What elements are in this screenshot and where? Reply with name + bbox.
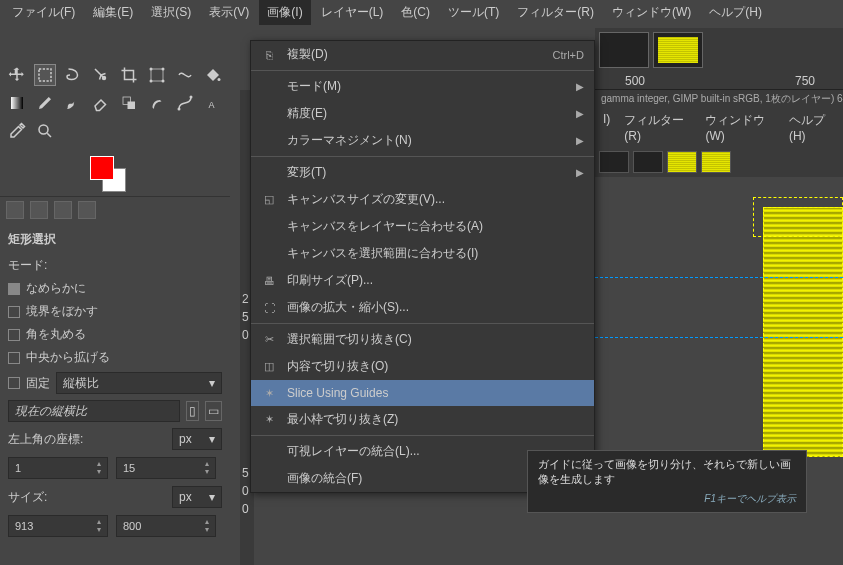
tool-move[interactable] [6,64,28,86]
menu-image[interactable]: 画像(I) [259,0,310,25]
orient-portrait-icon[interactable]: ▯ [186,401,199,421]
position-y-input[interactable]: ▴▾ [116,457,216,479]
thumb-a[interactable] [599,151,629,173]
position-unit-dropdown[interactable]: px▾ [172,428,222,450]
tool-crop[interactable] [118,64,140,86]
tab-images[interactable] [78,201,96,219]
tool-options-title: 矩形選択 [8,229,222,254]
menu-duplicate[interactable]: ⎘複製(D)Ctrl+D [251,41,594,68]
svg-text:A: A [209,100,215,110]
size-label: サイズ: [8,489,47,506]
menu-print-size[interactable]: 🖶印刷サイズ(P)... [251,267,594,294]
menu-view[interactable]: 表示(V) [201,0,257,25]
menu-scale-image[interactable]: ⛶画像の拡大・縮小(S)... [251,294,594,321]
sub-menu-window[interactable]: ウィンドウ(W) [701,110,778,145]
mode-subtract[interactable] [97,258,113,274]
size-unit-dropdown[interactable]: px▾ [172,486,222,508]
menu-file[interactable]: ファイル(F) [4,0,83,25]
menu-crop-selection: ✂選択範囲で切り抜き(C) [251,326,594,353]
menu-fit-canvas-layers[interactable]: キャンバスをレイヤーに合わせる(A) [251,213,594,240]
horizontal-ruler: 500 750 [595,72,843,90]
menu-edit[interactable]: 編集(E) [85,0,141,25]
image-thumb-2[interactable] [653,32,703,68]
menu-color-mgmt[interactable]: カラーマネジメント(N)▶ [251,127,594,154]
tool-gradient[interactable] [6,92,28,114]
tool-pencil[interactable] [34,92,56,114]
tool-free-select[interactable] [62,64,84,86]
tool-picker[interactable] [6,120,28,142]
tool-warp[interactable] [174,64,196,86]
tool-brush[interactable] [62,92,84,114]
menu-transform[interactable]: 変形(T)▶ [251,159,594,186]
svg-point-14 [39,125,48,134]
tab-tool-options[interactable] [6,201,24,219]
menubar: ファイル(F) 編集(E) 選択(S) 表示(V) 画像(I) レイヤー(L) … [0,0,843,24]
image-content [763,207,843,457]
feather-checkbox[interactable] [8,306,20,318]
tool-zoom[interactable] [34,120,56,142]
round-checkbox[interactable] [8,329,20,341]
fixed-checkbox[interactable] [8,377,20,389]
menu-canvas-size[interactable]: ◱キャンバスサイズの変更(V)... [251,186,594,213]
menu-precision[interactable]: 精度(E)▶ [251,100,594,127]
duplicate-icon: ⎘ [261,47,277,63]
sub-menu-help[interactable]: ヘルプ(H) [785,110,839,145]
size-h-input[interactable]: ▴▾ [116,515,216,537]
tool-smudge[interactable] [146,92,168,114]
canvas-viewport[interactable] [595,177,843,457]
mode-add[interactable] [75,258,91,274]
menu-zealous-crop[interactable]: ✶最小枠で切り抜き(Z) [251,406,594,433]
image-menu-dropdown: ⎘複製(D)Ctrl+D モード(M)▶ 精度(E)▶ カラーマネジメント(N)… [250,40,595,493]
color-swatches[interactable] [90,156,130,196]
image-titlebar: gamma integer, GIMP built-in sRGB, 1枚のレイ… [595,90,843,108]
tool-rect-select[interactable] [34,64,56,86]
tool-bucket[interactable] [202,64,224,86]
thumb-d[interactable] [701,151,731,173]
thumb-b[interactable] [633,151,663,173]
chevron-down-icon: ▾ [209,376,215,390]
tool-path[interactable] [174,92,196,114]
tool-clone[interactable] [118,92,140,114]
tool-text[interactable]: A [202,92,224,114]
orient-landscape-icon[interactable]: ▭ [205,401,222,421]
tab-device[interactable] [30,201,48,219]
canvas-size-icon: ◱ [261,192,277,208]
guide-1[interactable] [595,277,843,278]
menu-help[interactable]: ヘルプ(H) [701,0,770,25]
menu-window[interactable]: ウィンドウ(W) [604,0,699,25]
menu-tools[interactable]: ツール(T) [440,0,507,25]
position-label: 左上角の座標: [8,431,83,448]
sub-menu-filter[interactable]: フィルター(R) [620,110,695,145]
fg-color[interactable] [90,156,114,180]
round-label: 角を丸める [26,326,86,343]
print-icon: 🖶 [261,273,277,289]
scale-icon: ⛶ [261,300,277,316]
mode-replace[interactable] [53,258,69,274]
fixed-type-dropdown[interactable]: 縦横比▾ [56,372,222,394]
mode-intersect[interactable] [119,258,135,274]
menu-layer[interactable]: レイヤー(L) [313,0,392,25]
menu-select[interactable]: 選択(S) [143,0,199,25]
sub-menu-1[interactable]: I) [599,110,614,145]
antialias-checkbox[interactable] [8,283,20,295]
expand-label: 中央から拡げる [26,349,110,366]
thumb-c[interactable] [667,151,697,173]
tool-eraser[interactable] [90,92,112,114]
menu-slice-guides[interactable]: ✶Slice Using Guides [251,380,594,406]
size-w-input[interactable]: ▴▾ [8,515,108,537]
antialias-label: なめらかに [26,280,86,297]
menu-color[interactable]: 色(C) [393,0,438,25]
crop-icon: ✂ [261,332,277,348]
tool-transform[interactable] [146,64,168,86]
tab-undo[interactable] [54,201,72,219]
fixed-value-input[interactable]: 現在の縦横比 [8,400,180,422]
tool-fuzzy-select[interactable] [90,64,112,86]
expand-checkbox[interactable] [8,352,20,364]
menu-filter[interactable]: フィルター(R) [509,0,602,25]
tooltip-text: ガイドに従って画像を切り分け、それらで新しい画像を生成します [538,457,796,488]
menu-crop-content[interactable]: ◫内容で切り抜き(O) [251,353,594,380]
guide-2[interactable] [595,337,843,338]
image-thumb-1[interactable] [599,32,649,68]
position-x-input[interactable]: ▴▾ [8,457,108,479]
menu-mode[interactable]: モード(M)▶ [251,73,594,100]
